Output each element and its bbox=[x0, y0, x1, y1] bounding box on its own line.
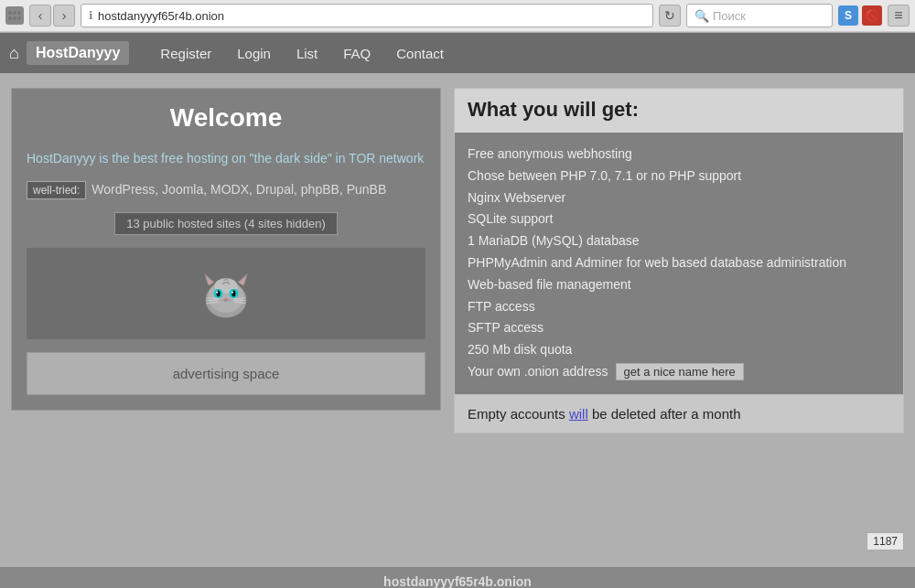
empty-accounts-label: Empty accounts bbox=[468, 406, 569, 422]
footer: hostdanyyyf65r4b.onion bbox=[0, 567, 915, 588]
search-bar[interactable]: 🔍 Поиск bbox=[686, 4, 833, 27]
nav-register[interactable]: Register bbox=[147, 42, 224, 65]
well-tried-items: WordPress, Joomla, MODX, Drupal, phpBB, … bbox=[92, 182, 386, 197]
cat-image bbox=[194, 262, 258, 326]
nav-faq[interactable]: FAQ bbox=[330, 42, 383, 65]
svg-point-3 bbox=[13, 16, 16, 20]
url-text: hostdanyyyf65r4b.onion bbox=[98, 9, 224, 23]
after-text: be deleted after a month bbox=[588, 406, 741, 422]
feature-6: Web-based file management bbox=[468, 274, 890, 296]
cat-image-box bbox=[27, 248, 425, 339]
back-button[interactable]: ‹ bbox=[29, 5, 51, 27]
search-icon: 🔍 bbox=[694, 9, 709, 23]
feature-7: FTP access bbox=[468, 296, 890, 318]
onion-address-row: Your own .onion address get a nice name … bbox=[468, 361, 890, 383]
will-text: will bbox=[569, 406, 588, 422]
right-top-section: What you will get: bbox=[454, 88, 904, 133]
ad-space-box: advertising space bbox=[27, 352, 425, 395]
get-nice-name-button[interactable]: get a nice name here bbox=[616, 363, 744, 380]
nav-links: Register Login List FAQ Contact bbox=[147, 42, 457, 65]
welcome-title: Welcome bbox=[27, 103, 425, 133]
nav-list[interactable]: List bbox=[284, 42, 330, 65]
extension-block-icon[interactable]: 🚫 bbox=[862, 5, 882, 26]
ad-space-text: advertising space bbox=[173, 366, 280, 381]
hosted-sites-badge: 13 public hosted sites (4 sites hidden) bbox=[114, 212, 338, 235]
feature-4: 1 MariaDB (MySQL) database bbox=[468, 230, 890, 252]
nav-contact[interactable]: Contact bbox=[383, 42, 457, 65]
feature-0: Free anonymous webhosting bbox=[468, 144, 890, 166]
info-icon: ℹ bbox=[89, 9, 93, 22]
svg-point-15 bbox=[217, 291, 221, 297]
svg-point-17 bbox=[216, 292, 218, 294]
empty-accounts-text: Empty accounts will be deleted after a m… bbox=[468, 406, 741, 422]
svg-point-0 bbox=[8, 11, 12, 15]
hamburger-menu-button[interactable]: ≡ bbox=[888, 5, 910, 27]
svg-point-1 bbox=[8, 16, 12, 20]
well-tried-badge: well-tried: bbox=[27, 181, 86, 199]
feature-3: SQLite support bbox=[468, 208, 890, 230]
feature-8: SFTP access bbox=[468, 317, 890, 339]
home-icon[interactable]: ⌂ bbox=[9, 44, 19, 63]
left-panel: Welcome HostDanyyy is the best free host… bbox=[11, 88, 441, 411]
svg-point-18 bbox=[231, 292, 233, 294]
search-placeholder: Поиск bbox=[713, 9, 746, 23]
forward-button[interactable]: › bbox=[53, 5, 75, 27]
url-bar[interactable]: ℹ hostdanyyyf65r4b.onion bbox=[81, 4, 653, 27]
brand-label[interactable]: HostDanyyy bbox=[27, 41, 129, 65]
feature-9: 250 Mb disk quota bbox=[468, 339, 890, 361]
welcome-description: HostDanyyy is the best free hosting on "… bbox=[27, 149, 425, 168]
right-panel: What you will get: Free anonymous webhos… bbox=[454, 88, 904, 433]
counter-badge: 1187 bbox=[867, 532, 904, 551]
extension-s-icon[interactable]: S bbox=[838, 5, 858, 26]
svg-point-4 bbox=[17, 11, 21, 15]
svg-point-5 bbox=[17, 16, 21, 20]
feature-1: Chose between PHP 7.0, 7.1 or no PHP sup… bbox=[468, 166, 890, 187]
right-title: What you will get: bbox=[468, 98, 890, 122]
svg-point-2 bbox=[13, 11, 16, 15]
site-navbar: ⌂ HostDanyyy Register Login List FAQ Con… bbox=[0, 33, 915, 73]
empty-accounts-notice: Empty accounts will be deleted after a m… bbox=[454, 394, 904, 433]
main-content: Welcome HostDanyyy is the best free host… bbox=[0, 73, 915, 567]
browser-menu-dot[interactable] bbox=[5, 6, 24, 25]
footer-url: hostdanyyyf65r4b.onion bbox=[383, 574, 532, 588]
feature-5: PHPMyAdmin and Adminer for web based dat… bbox=[468, 252, 890, 274]
reload-button[interactable]: ↻ bbox=[659, 5, 681, 27]
feature-2: Nginx Webserver bbox=[468, 187, 890, 209]
features-list: Free anonymous webhosting Chose between … bbox=[454, 133, 904, 394]
svg-point-16 bbox=[231, 291, 235, 297]
onion-label: Your own .onion address bbox=[468, 361, 608, 383]
well-tried-row: well-tried: WordPress, Joomla, MODX, Dru… bbox=[27, 181, 425, 199]
nav-login[interactable]: Login bbox=[224, 42, 284, 65]
